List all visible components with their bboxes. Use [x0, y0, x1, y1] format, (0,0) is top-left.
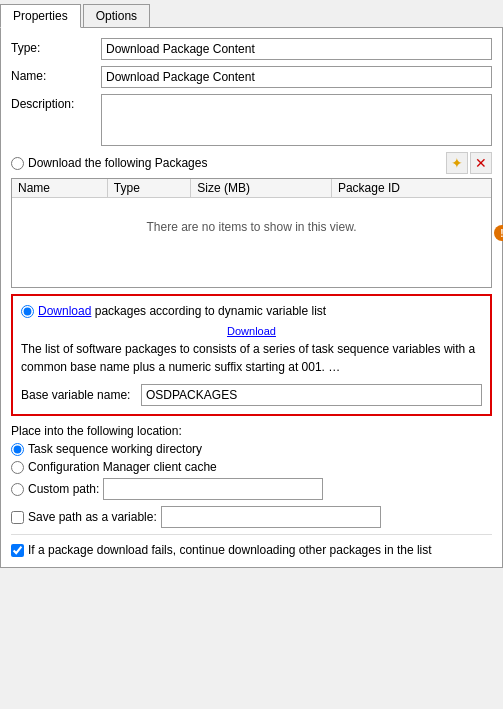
packages-radio-row: Download the following Packages ✦ ✕	[11, 152, 492, 174]
dynamic-radio-row: Download packages according to dynamic v…	[21, 304, 482, 318]
location-option-1: Configuration Manager client cache	[11, 460, 492, 474]
tab-properties[interactable]: Properties	[0, 4, 81, 28]
dynamic-radio[interactable]	[21, 305, 34, 318]
save-path-input[interactable]	[161, 506, 381, 528]
name-row: Name:	[11, 66, 492, 88]
table-empty-row: There are no items to show in this view.	[12, 198, 491, 257]
name-label: Name:	[11, 66, 101, 83]
col-name: Name	[12, 179, 107, 198]
col-package-id: Package ID	[331, 179, 491, 198]
location-label-2: Custom path:	[28, 482, 99, 496]
dynamic-radio-suffix: packages according to dynamic variable l…	[91, 304, 326, 318]
description-row: Description:	[11, 94, 492, 146]
location-option-2: Custom path:	[11, 478, 492, 500]
tab-options[interactable]: Options	[83, 4, 150, 27]
col-size: Size (MB)	[191, 179, 332, 198]
location-label: Place into the following location:	[11, 424, 492, 438]
location-radio-0[interactable]	[11, 443, 24, 456]
description-label: Description:	[11, 94, 101, 111]
base-variable-row: Base variable name:	[21, 384, 482, 406]
bottom-checkbox-row: If a package download fails, continue do…	[11, 534, 492, 557]
location-radio-1[interactable]	[11, 461, 24, 474]
x-icon: ✕	[475, 155, 487, 171]
type-row: Type:	[11, 38, 492, 60]
download-highlight: Download	[38, 304, 91, 318]
save-path-row: Save path as a variable:	[11, 506, 492, 528]
download-link[interactable]: Download	[227, 325, 276, 337]
save-path-label: Save path as a variable:	[28, 510, 157, 524]
packages-table-container: Name Type Size (MB) Package ID There are…	[11, 178, 492, 288]
packages-table: Name Type Size (MB) Package ID There are…	[12, 179, 491, 256]
location-option-0: Task sequence working directory	[11, 442, 492, 456]
info-icon-container: !	[494, 225, 503, 241]
description-input[interactable]	[101, 94, 492, 146]
location-radio-2[interactable]	[11, 483, 24, 496]
tab-bar: Properties Options	[0, 0, 503, 28]
base-variable-label: Base variable name:	[21, 388, 141, 402]
custom-path-input[interactable]	[103, 478, 323, 500]
packages-outer: Name Type Size (MB) Package ID There are…	[11, 178, 492, 288]
star-icon: ✦	[451, 155, 463, 171]
save-path-checkbox[interactable]	[11, 511, 24, 524]
empty-message: There are no items to show in this view.	[18, 200, 485, 254]
location-label-0: Task sequence working directory	[28, 442, 202, 456]
star-button[interactable]: ✦	[446, 152, 468, 174]
type-input[interactable]	[101, 38, 492, 60]
bottom-checkbox-label: If a package download fails, continue do…	[28, 543, 432, 557]
main-content: Type: Name: Description: Download the fo…	[0, 28, 503, 568]
dynamic-radio-label: Download packages according to dynamic v…	[38, 304, 326, 318]
name-input[interactable]	[101, 66, 492, 88]
location-label-1: Configuration Manager client cache	[28, 460, 217, 474]
packages-radio-label: Download the following Packages	[28, 156, 207, 170]
download-tooltip: Download	[21, 324, 482, 338]
dynamic-section: Download packages according to dynamic v…	[11, 294, 492, 416]
dynamic-description: The list of software packages to consist…	[21, 340, 482, 376]
base-variable-input[interactable]	[141, 384, 482, 406]
delete-button[interactable]: ✕	[470, 152, 492, 174]
location-section: Place into the following location: Task …	[11, 424, 492, 500]
type-label: Type:	[11, 38, 101, 55]
info-icon: !	[494, 225, 503, 241]
col-type: Type	[107, 179, 191, 198]
packages-radio[interactable]	[11, 157, 24, 170]
bottom-checkbox[interactable]	[11, 544, 24, 557]
